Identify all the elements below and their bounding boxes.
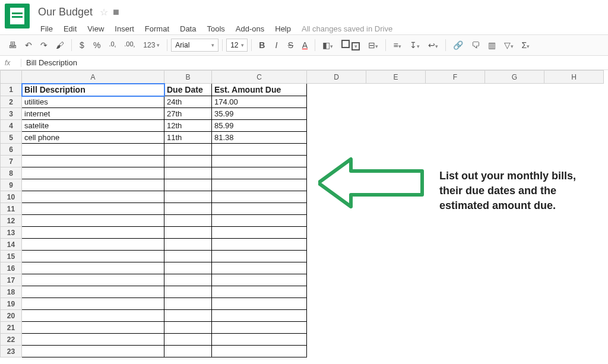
cell-G13[interactable] bbox=[485, 227, 544, 239]
cell-A14[interactable] bbox=[22, 239, 164, 251]
cell-A9[interactable] bbox=[22, 179, 164, 191]
col-header-E[interactable]: E bbox=[366, 71, 426, 84]
cell-B9[interactable] bbox=[164, 179, 212, 191]
cell-F1[interactable] bbox=[426, 84, 485, 96]
cell-C15[interactable] bbox=[212, 251, 307, 262]
cell-D18[interactable] bbox=[307, 286, 366, 298]
font-size-selector[interactable]: 12▾ bbox=[226, 39, 248, 52]
row-header[interactable]: 1 bbox=[1, 84, 22, 96]
cell-G14[interactable] bbox=[485, 239, 544, 251]
cell-B7[interactable] bbox=[164, 156, 212, 167]
cell-C5[interactable]: 81.38 bbox=[212, 132, 307, 144]
cell-G4[interactable] bbox=[485, 120, 544, 132]
cell-E14[interactable] bbox=[366, 239, 426, 251]
strikethrough-button[interactable]: S bbox=[284, 38, 297, 52]
cell-F3[interactable] bbox=[426, 108, 485, 120]
cell-A15[interactable] bbox=[22, 251, 164, 262]
cell-G1[interactable] bbox=[485, 84, 544, 96]
cell-B16[interactable] bbox=[164, 262, 212, 274]
menu-file[interactable]: File bbox=[36, 22, 58, 36]
cell-D6[interactable] bbox=[307, 144, 366, 156]
insert-link-icon[interactable]: 🔗 bbox=[449, 38, 467, 52]
cell-E1[interactable] bbox=[366, 84, 426, 96]
cell-H19[interactable] bbox=[544, 298, 604, 310]
row-header[interactable]: 11 bbox=[1, 203, 22, 215]
cell-G20[interactable] bbox=[485, 310, 544, 322]
cell-E4[interactable] bbox=[366, 120, 426, 132]
undo-icon[interactable]: ↶ bbox=[21, 38, 36, 52]
cell-H20[interactable] bbox=[544, 310, 604, 322]
cell-B21[interactable] bbox=[164, 322, 212, 334]
cell-D13[interactable] bbox=[307, 227, 366, 239]
cell-F5[interactable] bbox=[426, 132, 485, 144]
cell-H5[interactable] bbox=[544, 132, 604, 144]
cell-F2[interactable] bbox=[426, 96, 485, 108]
cell-B14[interactable] bbox=[164, 239, 212, 251]
menu-edit[interactable]: Edit bbox=[59, 22, 81, 36]
cell-A5[interactable]: cell phone bbox=[22, 132, 164, 144]
cell-D12[interactable] bbox=[307, 215, 366, 227]
cell-C22[interactable] bbox=[212, 334, 307, 346]
cell-E17[interactable] bbox=[366, 274, 426, 286]
cell-G5[interactable] bbox=[485, 132, 544, 144]
cell-C1[interactable]: Est. Amount Due bbox=[212, 84, 307, 96]
cell-H14[interactable] bbox=[544, 239, 604, 251]
vertical-align-icon[interactable]: ↧▾ bbox=[406, 38, 423, 52]
cell-A6[interactable] bbox=[22, 144, 164, 156]
cell-H3[interactable] bbox=[544, 108, 604, 120]
cell-E2[interactable] bbox=[366, 96, 426, 108]
menu-tools[interactable]: Tools bbox=[202, 22, 229, 36]
cell-D1[interactable] bbox=[307, 84, 366, 96]
cell-D21[interactable] bbox=[307, 322, 366, 334]
star-icon[interactable]: ☆ bbox=[100, 7, 108, 18]
row-header[interactable]: 21 bbox=[1, 322, 22, 334]
cell-C19[interactable] bbox=[212, 298, 307, 310]
cell-H2[interactable] bbox=[544, 96, 604, 108]
cell-E5[interactable] bbox=[366, 132, 426, 144]
cell-G16[interactable] bbox=[485, 262, 544, 274]
cell-G15[interactable] bbox=[485, 251, 544, 262]
filter-icon[interactable]: ▽▾ bbox=[501, 38, 517, 52]
row-header[interactable]: 9 bbox=[1, 179, 22, 191]
cell-B22[interactable] bbox=[164, 334, 212, 346]
cell-H1[interactable] bbox=[544, 84, 604, 96]
cell-H22[interactable] bbox=[544, 334, 604, 346]
cell-A13[interactable] bbox=[22, 227, 164, 239]
cell-C7[interactable] bbox=[212, 156, 307, 167]
cell-A1[interactable]: Bill Description bbox=[22, 84, 164, 96]
row-header[interactable]: 4 bbox=[1, 120, 22, 132]
cell-F13[interactable] bbox=[426, 227, 485, 239]
cell-B11[interactable] bbox=[164, 203, 212, 215]
cell-H21[interactable] bbox=[544, 322, 604, 334]
cell-G3[interactable] bbox=[485, 108, 544, 120]
cell-D5[interactable] bbox=[307, 132, 366, 144]
cell-C21[interactable] bbox=[212, 322, 307, 334]
row-header[interactable]: 20 bbox=[1, 310, 22, 322]
cell-B20[interactable] bbox=[164, 310, 212, 322]
cell-F17[interactable] bbox=[426, 274, 485, 286]
font-family-selector[interactable]: Arial▾ bbox=[171, 39, 218, 52]
cell-G2[interactable] bbox=[485, 96, 544, 108]
cell-C14[interactable] bbox=[212, 239, 307, 251]
spreadsheet-grid[interactable]: A B C D E F G H 1Bill DescriptionDue Dat… bbox=[0, 70, 608, 363]
cell-E16[interactable] bbox=[366, 262, 426, 274]
row-header[interactable]: 18 bbox=[1, 286, 22, 298]
cell-C10[interactable] bbox=[212, 191, 307, 203]
cell-D3[interactable] bbox=[307, 108, 366, 120]
cell-A11[interactable] bbox=[22, 203, 164, 215]
cell-A7[interactable] bbox=[22, 156, 164, 167]
row-header[interactable]: 10 bbox=[1, 191, 22, 203]
decrease-decimal-button[interactable]: .0‹ bbox=[105, 38, 119, 52]
folder-icon[interactable]: ■ bbox=[113, 6, 119, 18]
cell-F18[interactable] bbox=[426, 286, 485, 298]
cell-G21[interactable] bbox=[485, 322, 544, 334]
cell-B6[interactable] bbox=[164, 144, 212, 156]
cell-A19[interactable] bbox=[22, 298, 164, 310]
cell-B5[interactable]: 11th bbox=[164, 132, 212, 144]
col-header-F[interactable]: F bbox=[426, 71, 485, 84]
cell-E13[interactable] bbox=[366, 227, 426, 239]
cell-C11[interactable] bbox=[212, 203, 307, 215]
cell-C13[interactable] bbox=[212, 227, 307, 239]
cell-A21[interactable] bbox=[22, 322, 164, 334]
cell-B1[interactable]: Due Date bbox=[164, 84, 212, 96]
